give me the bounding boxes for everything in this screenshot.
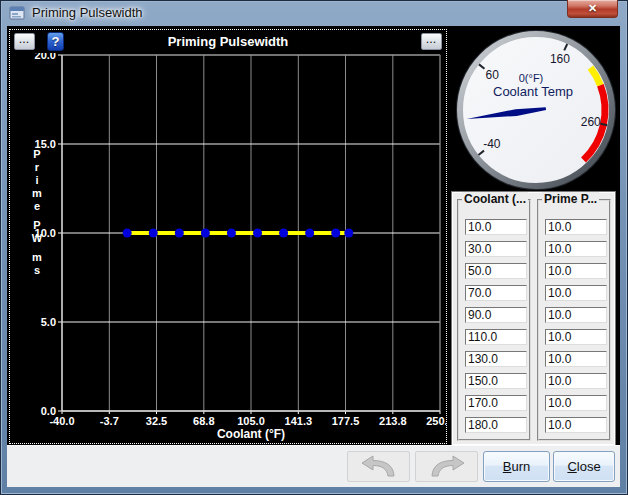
- svg-text:P: P: [33, 148, 40, 160]
- data-point[interactable]: [279, 229, 288, 238]
- data-point[interactable]: [123, 229, 132, 238]
- close-button[interactable]: ✕: [567, 0, 618, 18]
- svg-text:Coolant Temp: Coolant Temp: [493, 84, 573, 99]
- data-point[interactable]: [305, 229, 314, 238]
- table-cell-input[interactable]: [545, 307, 607, 323]
- svg-text:260: 260: [581, 115, 601, 129]
- svg-text:5.0: 5.0: [41, 316, 56, 328]
- table-cell-input[interactable]: [465, 417, 527, 433]
- svg-text:s: s: [34, 264, 40, 276]
- table-cell-input[interactable]: [545, 417, 607, 433]
- table-cell-input[interactable]: [545, 285, 607, 301]
- titlebar[interactable]: Priming Pulsewidth ✕: [0, 0, 628, 26]
- svg-text:0(°F): 0(°F): [519, 72, 544, 84]
- priming-pulsewidth-chart[interactable]: -40.0-3.732.568.8105.0141.3177.5213.8250…: [10, 53, 446, 443]
- table-cell-input[interactable]: [545, 219, 607, 235]
- table-cell-input[interactable]: [465, 241, 527, 257]
- svg-text:105.0: 105.0: [237, 415, 265, 427]
- close-dialog-button[interactable]: Close: [553, 451, 615, 482]
- data-point[interactable]: [344, 229, 353, 238]
- prime-pw-group: Prime P...: [537, 199, 611, 441]
- svg-text:e: e: [34, 200, 40, 212]
- svg-text:Coolant (°F): Coolant (°F): [217, 427, 285, 441]
- svg-text:m: m: [32, 187, 42, 199]
- table-cell-input[interactable]: [545, 241, 607, 257]
- svg-text:i: i: [35, 174, 38, 186]
- svg-text:-3.7: -3.7: [100, 415, 119, 427]
- chart-header: ... ? Priming Pulsewidth ...: [10, 30, 446, 53]
- prime-pw-column-body: [545, 219, 604, 433]
- undo-icon: [359, 453, 399, 477]
- table-cell-input[interactable]: [545, 329, 607, 345]
- svg-text:20.0: 20.0: [35, 53, 56, 61]
- svg-text:-40: -40: [483, 137, 501, 151]
- svg-text:160: 160: [550, 52, 570, 66]
- svg-text:60: 60: [486, 68, 500, 82]
- svg-text:W: W: [32, 232, 43, 244]
- dialog-content: ... ? Priming Pulsewidth ... -40.0-3.732…: [7, 26, 620, 487]
- app-icon: [9, 5, 25, 21]
- window: Priming Pulsewidth ✕ ... ? Priming Pulse…: [0, 0, 628, 495]
- table-cell-input[interactable]: [545, 263, 607, 279]
- svg-text:141.3: 141.3: [285, 415, 313, 427]
- bottom-bar: Burn Close: [7, 445, 620, 487]
- prime-pw-column-header: Prime P...: [542, 192, 599, 206]
- table-panel: Coolant (... Prime P...: [452, 192, 615, 445]
- data-point[interactable]: [331, 229, 340, 238]
- undo-button[interactable]: [347, 451, 410, 482]
- table-cell-input[interactable]: [545, 373, 607, 389]
- table-cell-input[interactable]: [465, 395, 527, 411]
- svg-text:68.8: 68.8: [193, 415, 214, 427]
- table-cell-input[interactable]: [465, 329, 527, 345]
- coolant-bins-group: Coolant (...: [457, 199, 531, 441]
- svg-text:250.0: 250.0: [426, 415, 446, 427]
- svg-text:177.5: 177.5: [332, 415, 360, 427]
- coolant-column-body: [465, 219, 524, 433]
- table-cell-input[interactable]: [465, 219, 527, 235]
- table-cell-input[interactable]: [465, 285, 527, 301]
- svg-text:0.0: 0.0: [41, 405, 56, 417]
- table-cell-input[interactable]: [465, 351, 527, 367]
- table-cell-input[interactable]: [545, 351, 607, 367]
- svg-text:m: m: [32, 251, 42, 263]
- table-cell-input[interactable]: [465, 373, 527, 389]
- chart-title: Priming Pulsewidth: [10, 34, 446, 49]
- coolant-column-header: Coolant (...: [462, 192, 528, 206]
- data-point[interactable]: [175, 229, 184, 238]
- window-title: Priming Pulsewidth: [32, 5, 143, 20]
- data-point[interactable]: [253, 229, 262, 238]
- table-cell-input[interactable]: [465, 307, 527, 323]
- table-cell-input[interactable]: [545, 395, 607, 411]
- data-point[interactable]: [201, 229, 210, 238]
- table-cell-input[interactable]: [465, 263, 527, 279]
- chart-panel: ... ? Priming Pulsewidth ... -40.0-3.732…: [9, 29, 447, 444]
- svg-text:r: r: [35, 161, 40, 173]
- redo-button[interactable]: [415, 451, 478, 482]
- close-icon: ✕: [588, 2, 597, 14]
- chart-options-button-right[interactable]: ...: [421, 33, 442, 50]
- data-point[interactable]: [149, 229, 158, 238]
- redo-icon: [427, 453, 467, 477]
- svg-text:32.5: 32.5: [146, 415, 167, 427]
- svg-text:213.8: 213.8: [379, 415, 407, 427]
- burn-button[interactable]: Burn: [483, 451, 550, 482]
- coolant-temp-gauge: -40601602600(°F)Coolant Temp: [453, 27, 619, 193]
- data-point[interactable]: [227, 229, 236, 238]
- svg-text:P: P: [33, 219, 40, 231]
